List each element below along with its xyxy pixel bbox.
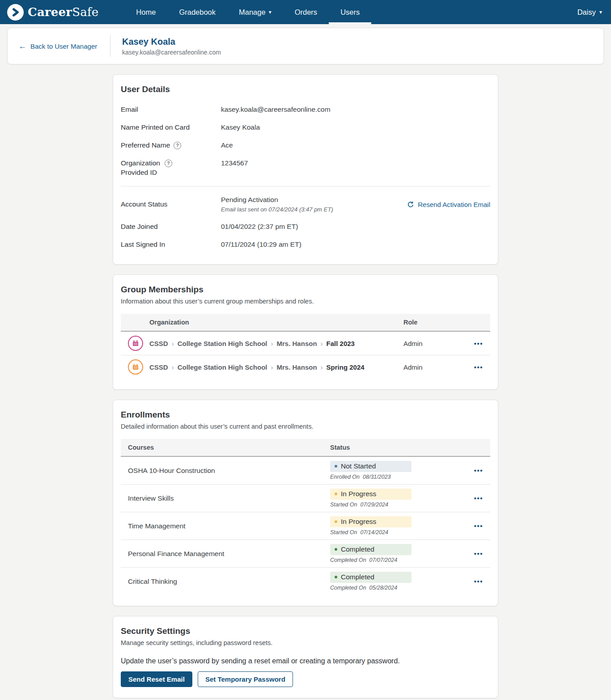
account-status-value-block: Pending Activation Email last sent on 07… (221, 196, 407, 213)
name-printed-value: Kasey Koala (221, 123, 490, 131)
resend-link-label: Resend Activation Email (418, 201, 490, 208)
course-name: Critical Thinking (128, 578, 330, 586)
enrollments-table-header: Courses Status (121, 439, 490, 457)
brand-name: CareerSafe (28, 5, 98, 19)
course-name: Time Management (128, 522, 330, 530)
membership-breadcrumb: CSSD › College Station High School › Mrs… (149, 363, 403, 371)
last-signed-in-row: Last Signed In 07/11/2024 (10:29 am ET) (121, 236, 490, 253)
org-id-row: Organization ? Provided ID 1234567 (121, 154, 490, 181)
breadcrumb-teacher[interactable]: Mrs. Hanson (277, 340, 317, 347)
ellipsis-menu-icon[interactable]: ••• (467, 364, 483, 371)
date-joined-label: Date Joined (121, 223, 221, 231)
chevron-right-icon: › (321, 363, 323, 371)
nav-item-orders[interactable]: Orders (283, 0, 329, 24)
breadcrumb-term[interactable]: Spring 2024 (327, 363, 365, 371)
user-email: kasey.koala@careersafeonline.com (122, 49, 221, 56)
nav-item-manage-label: Manage (239, 8, 266, 17)
date-joined-row: Date Joined 01/04/2022 (2:37 pm ET) (121, 218, 490, 236)
help-icon[interactable]: ? (165, 160, 172, 167)
status-label: Not Started (341, 462, 376, 470)
status-date: Completed On 05/28/2024 (330, 585, 465, 591)
breadcrumb-school[interactable]: College Station High School (178, 340, 267, 347)
enrollments-card: Enrollments Detailed information about t… (113, 400, 498, 606)
status-date: Started On 07/29/2024 (330, 502, 465, 508)
nav-item-orders-label: Orders (295, 8, 317, 17)
last-signed-in-label: Last Signed In (121, 240, 221, 249)
org-id-text-line2: Provided ID (121, 169, 221, 177)
breadcrumb-district[interactable]: CSSD (149, 363, 168, 371)
preferred-name-label: Preferred Name ? (121, 141, 221, 149)
send-reset-email-button[interactable]: Send Reset Email (121, 671, 192, 687)
back-arrow-icon: ← (18, 42, 26, 50)
status-dot-icon (335, 465, 337, 468)
last-signed-in-value: 07/11/2024 (10:29 am ET) (221, 240, 490, 249)
breadcrumb-teacher[interactable]: Mrs. Hanson (277, 363, 317, 371)
header-icon-spacer (128, 319, 149, 326)
nav-item-manage[interactable]: Manage ▾ (227, 0, 283, 24)
status-cell: Not Started Enrolled On 08/31/2023 (330, 461, 465, 480)
set-temporary-password-button[interactable]: Set Temporary Password (198, 671, 293, 687)
ellipsis-menu-icon[interactable]: ••• (465, 523, 483, 529)
breadcrumb-term[interactable]: Fall 2023 (327, 340, 355, 347)
header-divider (110, 35, 110, 57)
name-printed-label: Name Printed on Card (121, 123, 221, 131)
details-divider (121, 186, 490, 186)
account-status-value: Pending Activation (221, 196, 407, 204)
ellipsis-menu-icon[interactable]: ••• (467, 340, 483, 347)
status-date-value: 07/29/2024 (360, 502, 388, 508)
breadcrumb-district[interactable]: CSSD (149, 340, 168, 347)
user-page-header: ← Back to User Manager Kasey Koala kasey… (7, 28, 604, 64)
membership-row: CSSD › College Station High School › Mrs… (121, 332, 490, 355)
ellipsis-menu-icon[interactable]: ••• (465, 467, 483, 474)
membership-row: CSSD › College Station High School › Mrs… (121, 355, 490, 379)
nav-item-gradebook-label: Gradebook (179, 8, 216, 17)
back-to-user-manager-link[interactable]: ← Back to User Manager (18, 42, 110, 50)
breadcrumb-school[interactable]: College Station High School (178, 363, 267, 371)
help-icon[interactable]: ? (174, 142, 181, 149)
membership-role: Admin (403, 340, 467, 347)
account-status-row: Account Status Pending Activation Email … (121, 191, 490, 218)
status-date-label: Completed On (330, 585, 366, 591)
date-joined-value: 01/04/2022 (2:37 pm ET) (221, 223, 490, 231)
caret-down-icon: ▾ (599, 9, 602, 15)
enrollments-table: Courses Status OSHA 10-Hour Construction… (121, 439, 490, 595)
email-row: Email kasey.koala@careersafeonline.com (121, 101, 490, 118)
role-column-header: Role (403, 319, 467, 326)
back-link-label: Back to User Manager (30, 42, 97, 50)
status-dot-icon (335, 493, 337, 495)
header-actions-spacer (467, 319, 483, 326)
status-date-label: Enrolled On (330, 474, 360, 480)
status-date-value: 08/31/2023 (363, 474, 391, 480)
bottom-spacer (0, 698, 611, 700)
status-badge: Completed (330, 544, 412, 555)
status-date: Enrolled On 08/31/2023 (330, 474, 465, 480)
status-date-value: 05/28/2024 (369, 585, 398, 591)
header-actions-spacer (465, 444, 483, 451)
status-badge: In Progress (330, 516, 412, 527)
ellipsis-menu-icon[interactable]: ••• (465, 550, 483, 557)
calendar-icon (128, 359, 143, 375)
status-dot-icon (335, 520, 337, 523)
nav-item-gradebook[interactable]: Gradebook (167, 0, 227, 24)
ellipsis-menu-icon[interactable]: ••• (465, 495, 483, 502)
status-badge: In Progress (330, 489, 412, 500)
membership-role: Admin (403, 363, 467, 371)
organization-column-header: Organization (149, 319, 403, 326)
status-date: Completed On 07/07/2024 (330, 557, 465, 563)
chevron-right-icon: › (172, 363, 174, 371)
status-date: Started On 07/14/2024 (330, 529, 465, 536)
status-dot-icon (335, 548, 337, 551)
nav-item-users[interactable]: Users (329, 0, 371, 24)
security-settings-card: Security Settings Manage security settin… (113, 616, 498, 698)
account-menu[interactable]: Daisy ▾ (577, 8, 602, 17)
top-navigation: CareerSafe Home Gradebook Manage ▾ Order… (0, 0, 611, 24)
enrollments-subtitle: Detailed information about this user’s c… (121, 423, 490, 430)
resend-activation-email-link[interactable]: Resend Activation Email (407, 196, 490, 213)
status-badge: Completed (330, 572, 412, 583)
ellipsis-menu-icon[interactable]: ••• (465, 578, 483, 585)
status-dot-icon (335, 576, 337, 578)
preferred-name-value: Ace (221, 141, 490, 149)
nav-item-home[interactable]: Home (124, 0, 167, 24)
course-name: Personal Finance Management (128, 550, 330, 558)
careersafe-logo[interactable]: CareerSafe (7, 4, 98, 21)
